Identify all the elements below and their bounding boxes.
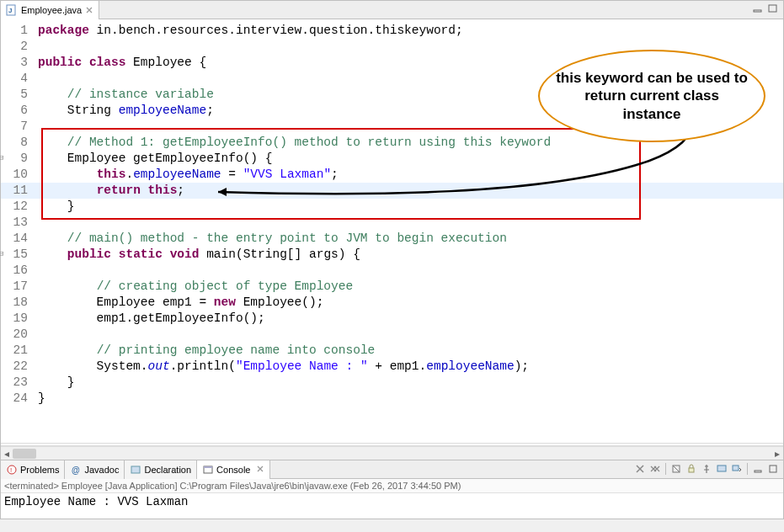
toolbar-separator <box>747 463 748 475</box>
code-line[interactable]: package in.bench.resources.interview.que… <box>33 23 783 39</box>
problems-icon: ! <box>6 464 18 476</box>
scroll-lock-icon[interactable] <box>685 462 698 476</box>
javadoc-icon: @ <box>70 464 82 476</box>
remove-all-icon[interactable] <box>648 462 662 476</box>
svg-rect-12 <box>717 466 726 471</box>
code-line[interactable] <box>33 263 783 279</box>
code-line[interactable] <box>33 327 783 343</box>
close-icon[interactable] <box>256 465 264 475</box>
line-number: 23 <box>1 375 28 391</box>
line-number: 8 <box>1 135 28 151</box>
declaration-icon <box>130 464 141 476</box>
line-number: 12 <box>1 199 28 215</box>
tab-javadoc-label: Javadoc <box>84 465 119 475</box>
code-line[interactable]: public static void main(String[] args) { <box>33 247 783 263</box>
line-number: 2 <box>1 39 28 55</box>
code-line[interactable]: } <box>33 375 783 391</box>
minimize-icon[interactable] <box>751 3 765 14</box>
code-line[interactable]: // creating object of type Employee <box>33 279 783 295</box>
tab-javadoc[interactable]: @ Javadoc <box>65 460 125 479</box>
file-tab-label: Employee.java <box>21 5 82 15</box>
console-output[interactable]: Employee Name : VVS Laxman <box>1 493 783 519</box>
maximize-icon[interactable] <box>766 462 780 476</box>
code-line[interactable] <box>33 215 783 231</box>
file-tab-employee[interactable]: J Employee.java <box>1 1 99 19</box>
svg-rect-13 <box>733 466 739 471</box>
line-number: 18 <box>1 295 28 311</box>
tab-console-label: Console <box>216 465 250 475</box>
line-number: 11 <box>1 183 28 199</box>
line-number: 16 <box>1 263 28 279</box>
bottom-tab-bar: ! Problems @ Javadoc Declaration Console <box>1 460 783 479</box>
editor-tab-bar: J Employee.java <box>1 1 783 19</box>
svg-rect-14 <box>755 471 761 472</box>
line-number: 9⊟ <box>1 151 28 167</box>
tab-declaration-label: Declaration <box>144 465 191 475</box>
line-number: 10 <box>1 167 28 183</box>
line-number: 1 <box>1 23 28 39</box>
code-line[interactable]: } <box>33 199 783 215</box>
code-line[interactable]: emp1.getEmployeeInfo(); <box>33 311 783 327</box>
line-number: 15⊟ <box>1 247 28 263</box>
callout-annotation: this keyword can be used to return curre… <box>538 50 765 142</box>
line-number: 22 <box>1 359 28 375</box>
display-console-icon[interactable] <box>715 462 728 476</box>
svg-rect-3 <box>769 5 776 12</box>
line-number: 24 <box>1 391 28 407</box>
svg-rect-11 <box>689 468 694 472</box>
scrollbar-thumb[interactable] <box>13 449 36 459</box>
maximize-icon[interactable] <box>766 3 780 14</box>
line-number: 21 <box>1 343 28 359</box>
pin-console-icon[interactable] <box>700 462 713 476</box>
code-line[interactable]: this.employeeName = "VVS Laxman"; <box>33 167 783 183</box>
code-line[interactable]: // printing employee name into console <box>33 343 783 359</box>
svg-text:@: @ <box>72 466 80 475</box>
line-number: 13 <box>1 215 28 231</box>
line-number: 5 <box>1 87 28 103</box>
line-number-gutter: 123456789⊟101112131415⊟16171819202122232… <box>1 19 33 443</box>
svg-rect-9 <box>204 466 212 468</box>
code-line[interactable]: } <box>33 391 783 407</box>
bottom-panel: ! Problems @ Javadoc Declaration Console <box>0 460 784 519</box>
svg-rect-7 <box>131 466 140 473</box>
line-number: 3 <box>1 55 28 71</box>
line-number: 4 <box>1 71 28 87</box>
line-number: 20 <box>1 327 28 343</box>
svg-text:!: ! <box>10 466 12 474</box>
code-line[interactable]: // main() method - the entry point to JV… <box>33 231 783 247</box>
tab-problems[interactable]: ! Problems <box>1 460 65 479</box>
scroll-left-icon[interactable]: ◂ <box>1 447 13 460</box>
console-icon <box>202 464 214 476</box>
editor-pane: J Employee.java 123456789⊟101112131415⊟1… <box>0 0 784 460</box>
line-number: 17 <box>1 279 28 295</box>
line-number: 19 <box>1 311 28 327</box>
code-line[interactable]: System.out.println("Employee Name : " + … <box>33 359 783 375</box>
callout-text: this keyword can be used to return curre… <box>540 69 764 123</box>
svg-rect-15 <box>770 466 776 472</box>
minimize-icon[interactable] <box>751 462 765 476</box>
clear-console-icon[interactable] <box>669 462 683 476</box>
tab-declaration[interactable]: Declaration <box>125 460 197 479</box>
code-line[interactable]: Employee getEmployeeInfo() { <box>33 151 783 167</box>
scroll-right-icon[interactable]: ▸ <box>771 447 783 460</box>
remove-launch-icon[interactable] <box>633 462 647 476</box>
tab-problems-label: Problems <box>20 465 59 475</box>
code-line[interactable]: return this; <box>33 183 783 199</box>
line-number: 14 <box>1 231 28 247</box>
svg-rect-2 <box>754 10 761 12</box>
horizontal-scrollbar[interactable]: ◂ ▸ <box>1 446 783 460</box>
code-line[interactable]: Employee emp1 = new Employee(); <box>33 295 783 311</box>
editor-window-controls <box>751 3 780 14</box>
tab-console[interactable]: Console <box>197 460 270 479</box>
line-number: 6 <box>1 103 28 119</box>
console-status-line: <terminated> Employee [Java Application]… <box>1 479 783 493</box>
open-console-dd-icon[interactable] <box>730 462 744 476</box>
line-number: 7 <box>1 119 28 135</box>
toolbar-separator <box>665 463 666 475</box>
svg-text:J: J <box>8 7 12 14</box>
console-toolbar <box>633 462 780 476</box>
java-file-icon: J <box>6 4 18 16</box>
close-icon[interactable] <box>85 6 93 14</box>
code-editor-area[interactable]: 123456789⊟101112131415⊟16171819202122232… <box>1 19 783 443</box>
